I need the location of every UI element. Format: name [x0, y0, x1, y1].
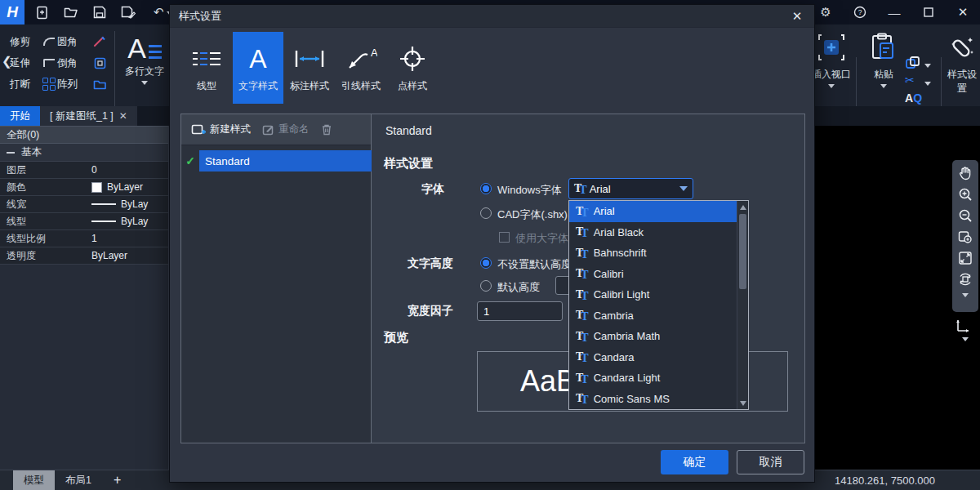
tab-close-icon[interactable]: ✕	[119, 110, 127, 122]
section-basic[interactable]: 基本	[0, 144, 168, 162]
no-default-height-radio[interactable]	[480, 257, 492, 269]
property-value[interactable]: 1	[91, 233, 168, 244]
offset-icon[interactable]	[90, 57, 109, 69]
orbit-icon[interactable]	[956, 270, 975, 289]
cut-caret[interactable]	[924, 82, 931, 86]
find-replace-icon[interactable]: AQ	[905, 91, 922, 105]
settings-gear-icon[interactable]: ⚙	[815, 3, 836, 21]
paste-caret[interactable]	[880, 84, 887, 88]
close-button[interactable]: ✕	[952, 3, 973, 21]
cut-icon[interactable]: ✂	[905, 74, 915, 87]
save-icon[interactable]	[89, 3, 110, 21]
scroll-down-icon[interactable]	[737, 397, 748, 409]
font-list-item[interactable]: TT Cambria	[569, 305, 737, 327]
width-factor-input[interactable]: 1	[477, 301, 563, 321]
windows-font-radio[interactable]	[480, 183, 492, 194]
tab-layout1[interactable]: 布局1	[55, 470, 102, 490]
tool-break[interactable]: 打断	[10, 78, 41, 91]
scroll-up-icon[interactable]	[737, 201, 748, 213]
properties-rows: 图层 0 颜色 ByLayer 线宽	[0, 162, 168, 265]
font-list-item[interactable]: TT Calibri	[569, 264, 737, 285]
match-properties-icon[interactable]	[90, 36, 109, 47]
property-row[interactable]: 图层 0	[0, 162, 168, 179]
property-row[interactable]: 透明度 ByLayer	[0, 247, 168, 265]
cad-font-radio[interactable]	[480, 207, 492, 219]
font-list-item[interactable]: TT Arial	[569, 201, 737, 222]
tool-chamfer[interactable]: 倒角	[57, 56, 90, 70]
pan-hand-icon[interactable]	[956, 163, 975, 183]
insert-viewport-caret[interactable]	[828, 84, 835, 88]
properties-panel: 全部(0) 基本 图层 0 颜色 ByLayer	[0, 126, 169, 470]
copy-button[interactable]	[905, 56, 921, 70]
tool-trim[interactable]: 修剪	[10, 35, 41, 49]
dialog-tab-leader-style[interactable]: A 引线样式	[336, 32, 386, 104]
help-icon[interactable]: ?	[849, 3, 871, 21]
font-combobox[interactable]: TT Arial	[568, 178, 693, 199]
text-style-icon: A	[233, 40, 283, 78]
ok-button[interactable]: 确定	[661, 450, 728, 474]
font-list-item[interactable]: TT Calibri Light	[569, 284, 737, 305]
ucs-caret[interactable]	[962, 337, 969, 341]
rename-style-button[interactable]: 重命名	[262, 122, 310, 136]
property-value[interactable]: ByLayer	[91, 181, 168, 193]
save-as-icon[interactable]	[118, 3, 139, 21]
preview-label: 预览	[384, 330, 408, 345]
style-list-item-standard[interactable]: ✓ Standard	[181, 150, 372, 172]
block-folder-icon[interactable]	[90, 79, 109, 90]
dialog-close-icon[interactable]: ✕	[790, 9, 804, 24]
default-height-radio[interactable]	[480, 280, 492, 292]
scrollbar-thumb[interactable]	[739, 214, 746, 289]
font-list-item[interactable]: TT Arial Black	[569, 222, 737, 243]
font-list-item[interactable]: TT Candara Light	[569, 368, 737, 389]
collapse-panel-chevron[interactable]: ❮	[2, 54, 12, 69]
font-list-item[interactable]: TT Comic Sans MS	[569, 389, 737, 410]
tab-drawing1[interactable]: [ 新建图纸_1 ] ✕	[40, 106, 137, 126]
point-style-icon	[387, 40, 438, 78]
font-list-item[interactable]: TT Bahnschrift	[569, 243, 737, 264]
orbit-caret[interactable]	[962, 293, 969, 297]
dropdown-scrollbar[interactable]	[737, 201, 748, 409]
tab-model[interactable]: 模型	[13, 470, 55, 490]
new-file-icon[interactable]	[32, 3, 53, 21]
property-row[interactable]: 颜色 ByLayer	[0, 179, 168, 196]
zoom-window-icon[interactable]	[956, 227, 975, 247]
zoom-out-icon[interactable]	[956, 206, 975, 225]
tab-start[interactable]: 开始	[0, 106, 40, 126]
new-style-button[interactable]: 新建样式	[191, 122, 251, 136]
cancel-button[interactable]: 取消	[737, 450, 804, 474]
insert-viewport-icon[interactable]	[810, 29, 853, 65]
maximize-button[interactable]	[918, 3, 939, 21]
zoom-extents-icon[interactable]	[956, 248, 975, 268]
mtext-dropdown-caret[interactable]	[141, 81, 148, 85]
selection-filter[interactable]: 全部(0)	[0, 126, 168, 144]
property-row[interactable]: 线型 ByLay	[0, 213, 168, 230]
truetype-icon: TT	[574, 182, 585, 195]
property-value[interactable]: ByLayer	[91, 250, 168, 261]
dialog-titlebar[interactable]: 样式设置	[170, 5, 814, 28]
font-list-item[interactable]: TT Cambria Math	[569, 326, 737, 347]
tool-extend[interactable]: 延伸	[10, 56, 41, 70]
property-row[interactable]: 线宽 ByLay	[0, 196, 168, 213]
zoom-in-icon[interactable]	[956, 185, 975, 204]
dialog-tab-point-style[interactable]: 点样式	[387, 32, 438, 104]
property-value[interactable]: ByLay	[91, 216, 168, 227]
paste-icon[interactable]	[862, 29, 905, 65]
delete-style-button[interactable]	[321, 123, 332, 136]
property-row[interactable]: 线型比例 1	[0, 230, 168, 247]
mtext-button[interactable]: A 多行文字	[121, 28, 168, 85]
font-list-item[interactable]: TT Candara	[569, 347, 737, 368]
ucs-axis-icon[interactable]	[954, 317, 977, 341]
property-value[interactable]: 0	[91, 164, 168, 176]
copy-caret[interactable]	[924, 64, 931, 68]
big-font-checkbox[interactable]	[499, 232, 510, 243]
open-file-icon[interactable]	[60, 3, 82, 21]
property-value[interactable]: ByLay	[91, 198, 168, 210]
tool-array[interactable]: 阵列	[57, 78, 90, 91]
dialog-tab-linetype[interactable]: 线型	[181, 32, 232, 104]
tool-fillet[interactable]: 圆角	[57, 35, 90, 49]
style-settings-icon[interactable]	[944, 29, 980, 65]
dialog-tab-text-style[interactable]: A 文字样式	[233, 32, 283, 104]
add-layout-button[interactable]: +	[114, 473, 121, 488]
dialog-tab-dim-style[interactable]: 标注样式	[284, 32, 335, 104]
minimize-button[interactable]: —	[884, 3, 905, 21]
